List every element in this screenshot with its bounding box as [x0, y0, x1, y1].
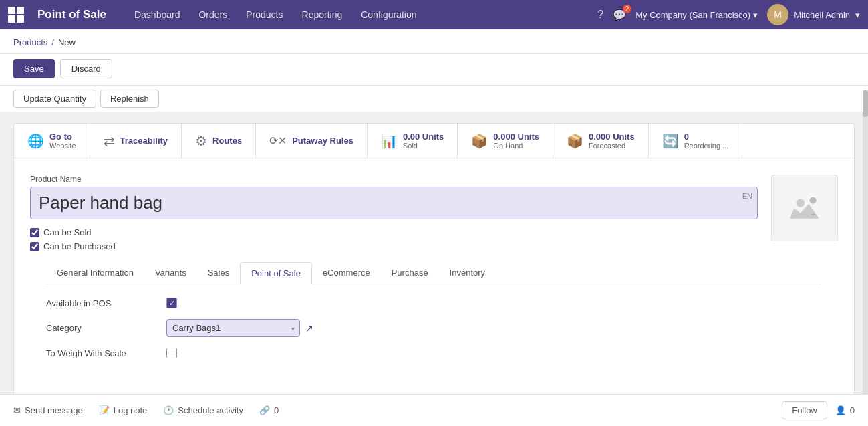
weigh-label: To Weigh With Scale — [46, 348, 166, 358]
tab-sales[interactable]: Sales — [197, 262, 241, 284]
smart-btn-putaway[interactable]: ⟳✕ Putaway Rules — [256, 124, 368, 158]
weigh-scale-field: To Weigh With Scale — [46, 348, 822, 358]
messages-icon[interactable]: 💬 2 — [613, 9, 626, 21]
tab-content-pos: Available in POS Category Carry Bags1 Ba… — [30, 284, 838, 385]
checkboxes: Can be Sold Can be Purchased — [30, 227, 758, 251]
app-grid-icon[interactable] — [8, 7, 24, 23]
svg-point-0 — [797, 199, 805, 207]
top-navigation: Point of Sale Dashboard Orders Products … — [0, 0, 868, 29]
form-area: Product Name EN Can be Sold Can be Purch… — [14, 158, 854, 396]
user-menu[interactable]: M Mitchell Admin ▾ — [767, 4, 860, 25]
tab-purchase[interactable]: Purchase — [381, 262, 439, 284]
send-message-button[interactable]: ✉ Send message — [13, 405, 83, 415]
notification-badge: 2 — [623, 5, 632, 13]
tab-variants[interactable]: Variants — [144, 262, 197, 284]
available-input — [166, 298, 822, 308]
breadcrumb-parent[interactable]: Products — [13, 37, 47, 47]
nav-dashboard[interactable]: Dashboard — [126, 5, 188, 24]
help-icon[interactable]: ? — [597, 9, 603, 21]
product-name-left: Product Name EN Can be Sold Can be Purch… — [30, 175, 758, 251]
globe-icon: 🌐 — [27, 133, 44, 149]
bottom-bar-right: Follow 👤 0 — [782, 401, 855, 419]
chevron-down-icon: ▾ — [855, 10, 860, 20]
message-icon: ✉ — [13, 405, 21, 415]
tab-inventory[interactable]: Inventory — [439, 262, 496, 284]
routes-icon: ⚙ — [195, 133, 207, 149]
log-note-button[interactable]: 📝 Log note — [99, 405, 148, 415]
smart-btn-website[interactable]: 🌐 Go to Website — [14, 124, 90, 158]
available-label: Available in POS — [46, 298, 166, 308]
product-card: 🌐 Go to Website ⇄ Traceability ⚙ Routes — [13, 123, 855, 397]
smart-btn-routes[interactable]: ⚙ Routes — [182, 124, 256, 158]
category-input: Carry Bags1 Bags Electronics Food Access… — [166, 319, 822, 337]
external-link-icon[interactable]: ↗ — [305, 323, 313, 334]
tab-general-information[interactable]: General Information — [46, 262, 144, 284]
action-bar: Save Discard — [0, 54, 868, 86]
category-select[interactable]: Carry Bags1 Bags Electronics Food Access… — [166, 319, 300, 337]
category-label: Category — [46, 323, 166, 333]
replenish-button[interactable]: Replenish — [100, 90, 159, 108]
available-in-pos-checkbox[interactable] — [166, 298, 177, 308]
weigh-scale-checkbox[interactable] — [166, 348, 177, 358]
reorder-icon: 🔄 — [662, 133, 679, 149]
name-input-wrapper: EN — [30, 187, 758, 219]
scrollbar-thumb[interactable] — [863, 90, 868, 117]
forecasted-icon: 📦 — [567, 133, 583, 149]
followers-button[interactable]: 👤 0 — [835, 405, 855, 415]
product-name-label: Product Name — [30, 175, 758, 184]
smart-btn-reordering[interactable]: 🔄 0 Reordering ... — [649, 124, 743, 158]
company-selector[interactable]: My Company (San Francisco) ▾ — [635, 10, 758, 20]
nav-products[interactable]: Products — [238, 5, 291, 24]
smart-btn-on-hand[interactable]: 📦 0.000 Units On Hand — [458, 124, 553, 158]
breadcrumb-current: New — [58, 37, 76, 47]
follow-button[interactable]: Follow — [782, 401, 827, 419]
attachments-button[interactable]: 🔗 0 — [259, 405, 279, 415]
can-be-purchased-checkbox[interactable]: Can be Purchased — [30, 241, 758, 251]
weigh-input — [166, 348, 822, 358]
tabs-bar: General Information Variants Sales Point… — [46, 262, 822, 284]
update-quantity-button[interactable]: Update Quantity — [13, 90, 96, 108]
traceability-icon: ⇄ — [104, 133, 115, 149]
nav-links: Dashboard Orders Products Reporting Conf… — [126, 5, 584, 24]
product-name-input[interactable] — [30, 187, 758, 219]
schedule-activity-button[interactable]: 🕐 Schedule activity — [163, 405, 243, 415]
putaway-icon: ⟳✕ — [269, 134, 287, 147]
category-select-wrapper: Carry Bags1 Bags Electronics Food Access… — [166, 319, 300, 337]
header-right: ? 💬 2 My Company (San Francisco) ▾ M Mit… — [597, 4, 860, 25]
category-field: Category Carry Bags1 Bags Electronics Fo… — [46, 319, 822, 337]
smart-btn-sold[interactable]: 📊 0.00 Units Sold — [368, 124, 458, 158]
user-avatar: M — [767, 4, 788, 25]
product-name-section: Product Name EN Can be Sold Can be Purch… — [30, 175, 838, 251]
breadcrumb-separator: / — [51, 37, 54, 47]
onhand-icon: 📦 — [471, 133, 488, 149]
bottom-bar: ✉ Send message 📝 Log note 🕐 Schedule act… — [0, 394, 868, 426]
note-icon: 📝 — [99, 405, 110, 415]
discard-button[interactable]: Discard — [60, 59, 112, 78]
clock-icon: 🕐 — [163, 405, 174, 415]
scrollbar[interactable] — [863, 90, 868, 426]
followers-icon: 👤 — [835, 405, 846, 415]
chart-icon: 📊 — [381, 133, 398, 149]
tab-point-of-sale[interactable]: Point of Sale — [240, 262, 312, 284]
product-image[interactable]: + — [771, 175, 838, 241]
nav-reporting[interactable]: Reporting — [294, 5, 351, 24]
available-in-pos-field: Available in POS — [46, 298, 822, 308]
paperclip-icon: 🔗 — [259, 405, 270, 415]
main-content: 🌐 Go to Website ⇄ Traceability ⚙ Routes — [0, 112, 868, 426]
breadcrumb: Products / New — [0, 29, 868, 54]
can-be-sold-checkbox[interactable]: Can be Sold — [30, 227, 758, 237]
smart-btn-forecasted[interactable]: 📦 0.000 Units Forecasted — [553, 124, 649, 158]
nav-orders[interactable]: Orders — [190, 5, 235, 24]
secondary-bar: Update Quantity Replenish — [0, 86, 868, 112]
nav-configuration[interactable]: Configuration — [353, 5, 424, 24]
tab-ecommerce[interactable]: eCommerce — [312, 262, 381, 284]
app-name: Point of Sale — [37, 8, 106, 21]
language-badge: EN — [742, 192, 752, 200]
chevron-down-icon: ▾ — [753, 10, 758, 20]
svg-text:+: + — [811, 210, 815, 219]
save-button[interactable]: Save — [13, 59, 55, 78]
smart-buttons-bar: 🌐 Go to Website ⇄ Traceability ⚙ Routes — [14, 124, 854, 158]
smart-btn-traceability[interactable]: ⇄ Traceability — [90, 124, 182, 158]
svg-point-1 — [810, 197, 817, 204]
